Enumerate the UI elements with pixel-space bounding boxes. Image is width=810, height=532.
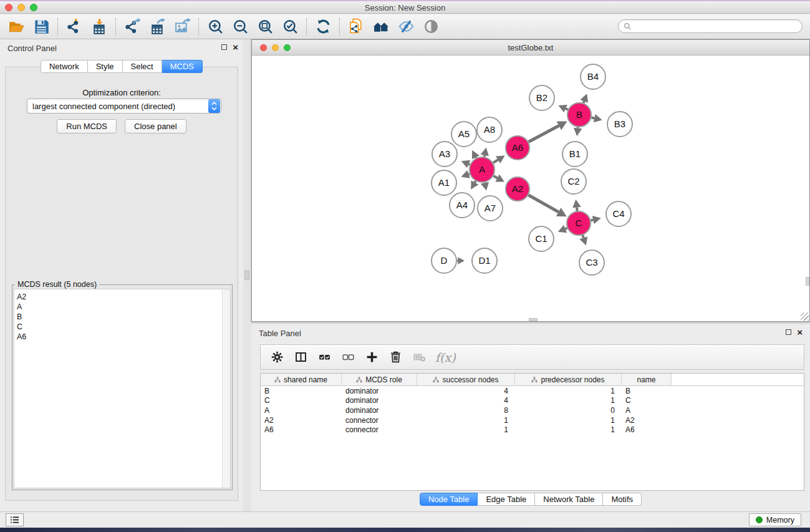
table-row[interactable]: Cdominator41C <box>261 396 804 406</box>
delete-table-button[interactable] <box>410 348 428 367</box>
canvas-bottom-scroll-mark[interactable] <box>529 318 538 321</box>
column-header-MCDS-role[interactable]: MCDS role <box>342 374 417 385</box>
zoom-fit-button[interactable] <box>253 16 277 37</box>
close-table-panel-button[interactable]: × <box>797 329 803 336</box>
first-neighbors-button[interactable] <box>369 16 393 37</box>
select-all-columns-button[interactable] <box>316 348 333 367</box>
column-header-predecessor-nodes[interactable]: predecessor nodes <box>515 374 622 385</box>
zoom-out-button[interactable] <box>228 16 253 37</box>
result-list-item[interactable]: B <box>17 312 222 322</box>
create-column-button[interactable] <box>363 348 380 367</box>
graph-edge-B-B2[interactable] <box>566 109 568 110</box>
graph-edge-A-A2[interactable] <box>493 176 497 178</box>
graph-edge-A-A1[interactable] <box>469 174 470 175</box>
graph-node-label: D <box>441 255 448 266</box>
divider-handle[interactable] <box>244 270 249 280</box>
plus-icon <box>365 351 378 364</box>
search-input[interactable] <box>632 21 802 32</box>
tab-motifs[interactable]: Motifs <box>603 493 642 506</box>
hide-selected-button[interactable] <box>393 16 418 37</box>
check-pair-icon <box>318 351 331 364</box>
export-network-button[interactable] <box>120 16 145 37</box>
close-panel-icon-button[interactable]: × <box>233 44 238 51</box>
graph-edge-A2-C[interactable] <box>528 195 558 212</box>
optimization-criterion-select[interactable]: largest connected component (directed) <box>27 99 221 114</box>
edge-arrowhead <box>574 128 582 136</box>
function-builder-button[interactable]: f(x) <box>434 351 456 364</box>
graph-node-label: C4 <box>612 208 624 219</box>
open-file-button[interactable] <box>4 16 29 37</box>
graph-edge-C-C2[interactable] <box>577 208 577 211</box>
tab-network[interactable]: Network <box>41 60 88 73</box>
edge-arrowhead <box>481 182 489 191</box>
table-row[interactable]: A2connector11A2 <box>261 415 804 425</box>
graph-edge-B-B3[interactable] <box>591 117 594 118</box>
column-type-icon <box>433 377 439 383</box>
unselect-all-columns-button[interactable] <box>339 348 357 367</box>
table-cell: 1 <box>515 396 622 405</box>
save-session-button[interactable] <box>29 16 54 37</box>
graph-edge-C-C4[interactable] <box>591 220 593 221</box>
zoom-in-button[interactable] <box>203 16 228 37</box>
tab-select[interactable]: Select <box>123 60 162 73</box>
canvas-right-scroll-mark[interactable] <box>806 277 809 286</box>
graph-edge-C-C1[interactable] <box>566 228 567 229</box>
import-table-button[interactable] <box>87 16 112 37</box>
network-view-window: testGlobe.txt AA1A2A3A4A5A6A7A8BB1B2B3B4… <box>251 39 810 322</box>
table-row[interactable]: A6connector11A6 <box>261 425 804 435</box>
export-image-button[interactable] <box>170 16 195 37</box>
task-history-button[interactable] <box>6 513 24 526</box>
table-settings-button[interactable] <box>268 348 286 367</box>
show-graphics-details-button[interactable] <box>418 16 443 37</box>
zoom-selected-button[interactable] <box>277 16 302 37</box>
graph-edge-C-C3[interactable] <box>582 235 583 238</box>
graph-edge-A-A6[interactable] <box>493 160 498 163</box>
column-header-name[interactable]: name <box>622 374 672 385</box>
new-network-from-selection-button[interactable] <box>344 16 369 37</box>
graph-edge-A-A5[interactable] <box>476 157 476 158</box>
split-pane-divider[interactable] <box>243 39 251 511</box>
edge-arrowhead <box>572 200 581 208</box>
tab-node-table[interactable]: Node Table <box>420 493 478 506</box>
graph-edge-A-A3[interactable] <box>469 164 470 165</box>
graph-node-label: A4 <box>456 200 468 210</box>
graph-edge-A6-B[interactable] <box>529 125 559 142</box>
table-cell: A2 <box>261 416 342 425</box>
graph-node-label: A5 <box>458 128 470 139</box>
result-list-item[interactable]: C <box>17 322 222 332</box>
memory-button[interactable]: Memory <box>749 513 801 526</box>
mcds-result-list[interactable]: A2ABCA6 <box>14 289 231 488</box>
tab-edge-table[interactable]: Edge Table <box>478 493 535 506</box>
main-toolbar <box>0 14 810 39</box>
float-panel-button[interactable] <box>221 44 227 50</box>
tab-style[interactable]: Style <box>88 60 123 73</box>
table-row[interactable]: Bdominator41B <box>261 386 804 396</box>
run-mcds-button[interactable]: Run MCDS <box>57 119 117 133</box>
result-list-item[interactable]: A6 <box>17 332 222 342</box>
graph-node-label: C <box>576 218 582 228</box>
export-table-button[interactable] <box>145 16 170 37</box>
graph-edge-A-A4[interactable] <box>475 181 475 182</box>
table-cell: 1 <box>417 416 515 425</box>
result-list-item[interactable]: A <box>17 302 222 312</box>
column-header-shared-name[interactable]: shared name <box>261 374 342 385</box>
tab-network-table[interactable]: Network Table <box>535 493 603 506</box>
network-canvas[interactable]: AA1A2A3A4A5A6A7A8BB1B2B3B4CC1C2C3C4DD1 <box>252 56 809 321</box>
search-box[interactable] <box>618 19 803 33</box>
window-resize-grip[interactable] <box>801 312 809 321</box>
result-list-scrollbar[interactable] <box>222 289 230 488</box>
table-row[interactable]: Adominator80A <box>261 405 804 415</box>
node-table[interactable]: shared nameMCDS rolesuccessor nodesprede… <box>260 373 804 491</box>
column-header-label: predecessor nodes <box>541 375 604 384</box>
import-table-icon <box>91 18 108 35</box>
import-network-button[interactable] <box>62 16 87 37</box>
result-list-item[interactable]: A2 <box>17 292 222 302</box>
graph-edge-B-B4[interactable] <box>584 101 584 103</box>
close-panel-button[interactable]: Close panel <box>125 119 186 133</box>
float-table-panel-button[interactable] <box>786 329 791 335</box>
show-columns-button[interactable] <box>292 348 309 367</box>
tab-mcds[interactable]: MCDS <box>162 60 203 73</box>
apply-layout-button[interactable] <box>311 16 335 37</box>
column-header-successor-nodes[interactable]: successor nodes <box>417 374 515 385</box>
delete-columns-button[interactable] <box>387 348 404 367</box>
